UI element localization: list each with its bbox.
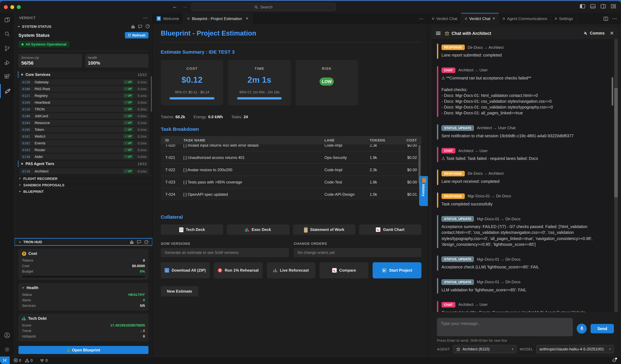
nav-forward-icon[interactable]: → [182, 3, 187, 9]
send-button[interactable]: Send [591, 324, 614, 333]
sidebar-scrollbar[interactable] [151, 76, 152, 112]
tab-agent-communications[interactable]: ≡ Agent Communications [499, 13, 551, 24]
section-tron-hud[interactable]: TRON HUD [15, 238, 152, 246]
minimize-window-button[interactable] [10, 5, 14, 9]
sidebar-more-icon[interactable]: ⋯ [143, 15, 148, 20]
tab-verdict-chat-2[interactable]: ≡ Verdict Chat ✕ [461, 13, 499, 24]
table-row[interactable]: T-020[ ] Invalid input returns 400 with … [161, 144, 421, 151]
tab-blueprint-project-estimation[interactable]: ≡ Blueprint - Project Estimation ✕ [183, 13, 253, 24]
refresh-button[interactable]: Refresh [125, 32, 148, 38]
explorer-icon[interactable] [0, 13, 14, 27]
run-debug-icon[interactable] [0, 56, 14, 70]
section-system-status[interactable]: SYSTEM STATUS [15, 23, 152, 30]
problems-warnings[interactable]: 0 [25, 358, 33, 362]
action-button-compare[interactable]: Compare [320, 262, 369, 278]
service-row[interactable]: 6180JobCard✓ UP0.2ms [20, 113, 149, 119]
section-sandbox-proposals[interactable]: SANDBOX PROPOSALS [15, 182, 152, 188]
customize-layout-icon[interactable] [611, 4, 616, 8]
service-row[interactable]: 6130Aider✓ UP0.2ms [20, 154, 149, 159]
service-row[interactable]: 6116TRON✓ UP0.2ms [20, 106, 149, 112]
agent-select[interactable]: Architect (6110) ▾ [453, 345, 517, 353]
chevron-down-icon [17, 25, 20, 28]
bar-chart-icon[interactable] [131, 24, 135, 28]
panel-more-icon[interactable]: ⋯ [612, 16, 617, 22]
close-tab-icon[interactable]: ✕ [245, 16, 248, 21]
service-row[interactable]: 6110Architect✓ UP0.1ms [20, 168, 149, 174]
stat-label: Tokens: [161, 115, 174, 119]
verdict-extension-icon[interactable] [0, 84, 14, 98]
problems-errors[interactable]: 0 [14, 358, 21, 362]
section-blueprint[interactable]: BLUEPRINT [15, 188, 152, 194]
service-row[interactable]: 6103Router✓ UP0.1ms [20, 147, 149, 153]
messages-list[interactable]: RESPONSEDir-Docs → ArchitectLane report … [432, 39, 618, 312]
traffic-lights[interactable] [4, 5, 21, 9]
nav-back-icon[interactable]: ← [172, 3, 177, 9]
service-row[interactable]: 6120Gateway✓ UP0.1ms [20, 79, 149, 85]
table-row[interactable]: T-024[ ] OpenAPI spec updatedCode-API-De… [161, 188, 421, 200]
new-estimate-button[interactable]: New Estimate [161, 286, 198, 297]
comms-button[interactable]: Comms [583, 31, 605, 35]
mic-button[interactable] [577, 324, 587, 334]
open-blueprint-button[interactable]: Open Blueprint [18, 346, 148, 354]
editor-more-icon[interactable]: ⋯ [414, 16, 428, 21]
service-up-badge: ✓ UP [123, 93, 133, 98]
table-row[interactable]: T-023[ ] Tests pass with >95% coverageCo… [161, 176, 421, 188]
tab-settings[interactable]: ≡ Settings [551, 13, 577, 24]
close-tab-icon[interactable]: ✕ [492, 16, 495, 21]
action-button-run-1-rehearsal[interactable]: Run 1% Rehearsal [214, 262, 263, 278]
accounts-icon[interactable] [0, 328, 14, 342]
service-row[interactable]: 6102Events✓ UP0.1ms [20, 140, 149, 146]
service-row[interactable]: 6101WebUI✓ UP0.1ms [20, 133, 149, 139]
menu-icon[interactable] [436, 31, 441, 35]
messages-scrollbar-thumb[interactable] [614, 88, 618, 197]
collateral-button-gantt-chart[interactable]: Gantt Chart [359, 224, 422, 235]
search-input[interactable]: Search [191, 3, 335, 11]
source-control-icon[interactable] [0, 41, 14, 56]
table-header: ID TASK NAME LANE TOKENS COST [161, 136, 421, 144]
settings-gear-icon[interactable] [0, 342, 14, 357]
ports-broadcast[interactable]: 0 [40, 358, 48, 362]
collateral-button-exec-deck[interactable]: Exec Deck [227, 224, 290, 235]
service-row[interactable]: 6121Registry✓ UP0.1ms [20, 93, 149, 98]
section-flight-recorder[interactable]: FLIGHT RECORDER [15, 175, 152, 182]
message-scrollbar-thumb[interactable] [612, 77, 613, 105]
model-select[interactable]: anthropic/claude-haiku-4-5-20251001 ▾ [536, 345, 614, 353]
comment-icon[interactable] [138, 24, 142, 28]
service-name: Architect [34, 169, 49, 173]
messages-scrollbar-track[interactable] [614, 39, 618, 312]
toggle-panel-icon[interactable] [590, 4, 595, 8]
action-button-download-all-zip-[interactable]: ↓Download All (ZIP) [161, 262, 209, 278]
service-row[interactable]: 6109Heartbeat✓ UP0.3ms [20, 99, 149, 105]
service-row[interactable]: 6105Token✓ UP0.1ms [20, 127, 149, 132]
table-row[interactable]: T-022[ ] Avatar resizes to 200x200Code-I… [161, 163, 421, 176]
action-button-live-reforecast[interactable]: Live Reforecast [267, 262, 315, 278]
toggle-sidebar-icon[interactable] [580, 4, 585, 8]
remote-indicator[interactable] [0, 357, 10, 364]
message-input[interactable] [437, 318, 573, 336]
collateral-button-tech-deck[interactable]: Tech Deck [161, 224, 223, 235]
service-group-header[interactable]: Core Services12/12 [18, 71, 149, 78]
comment-icon[interactable] [137, 240, 141, 244]
search-sidebar-icon[interactable] [0, 27, 14, 41]
close-chat-icon[interactable]: ✕ [610, 30, 614, 36]
collateral-button-statement-of-work[interactable]: Statement of Work [293, 224, 355, 235]
gauge-icon[interactable] [146, 24, 150, 28]
service-group-header[interactable]: PAS Agent Tiers13/13 [18, 160, 149, 167]
history-tab[interactable]: History [419, 176, 428, 206]
split-editor-icon[interactable] [604, 17, 608, 20]
service-row[interactable]: 6104Resource✓ UP0.1ms [20, 120, 149, 126]
tab-verdict-chat-1[interactable]: ≡ Verdict Chat [428, 13, 461, 24]
extensions-icon[interactable] [0, 70, 14, 84]
maximize-window-button[interactable] [17, 5, 21, 9]
list-icon: ≡ [503, 16, 505, 21]
toggle-secondary-sidebar-icon[interactable] [601, 4, 606, 8]
chat-message: STATUS_UPDATEMgr-Docs-01 → Dir-DocsLLM v… [437, 278, 609, 294]
close-window-button[interactable] [4, 5, 8, 9]
service-row[interactable]: 6100PAS Root✓ UP0.1ms [20, 86, 149, 92]
notifications-bell[interactable] [612, 358, 617, 363]
table-row[interactable]: T-021[ ] Unauthorized access returns 401… [161, 151, 421, 163]
gauge-icon[interactable] [144, 240, 148, 244]
tab-welcome[interactable]: Welcome [153, 13, 183, 24]
action-button-start-project[interactable]: ▶Start Project [373, 262, 421, 278]
bar-chart-icon[interactable] [129, 240, 134, 244]
